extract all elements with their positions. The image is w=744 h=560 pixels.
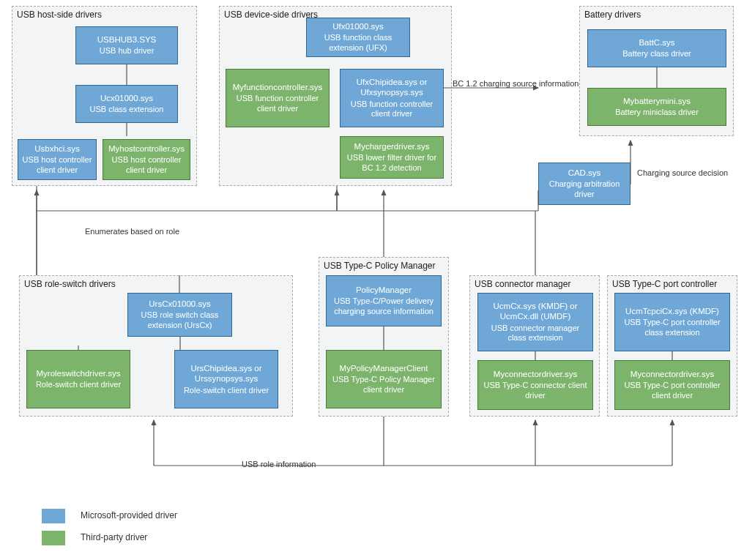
box-usbhub3: USBHUB3.SYS USB hub driver xyxy=(75,26,178,64)
box-title: Myfunctioncontroller.sys xyxy=(229,82,326,92)
box-myrolesw: Myroleswitchdriver.sys Role-switch clien… xyxy=(26,350,130,408)
box-title: Myhostcontroller.sys xyxy=(106,143,187,154)
box-ucx: Ucx01000.sys USB class extension xyxy=(75,85,178,123)
box-subtitle: Charging arbitration driver xyxy=(542,179,627,200)
box-title: Ufx01000.sys xyxy=(310,21,406,31)
box-subtitle: Battery miniclass driver xyxy=(591,108,723,118)
group-title-battery: Battery drivers xyxy=(584,10,641,20)
box-myconn2: Myconnectordriver.sys USB Type-C port co… xyxy=(614,360,730,410)
box-subtitle: Battery class driver xyxy=(591,49,723,59)
legend-tp-label: Third-party driver xyxy=(81,532,147,542)
box-title: UrsChipidea.sys or Urssynopsys.sys xyxy=(178,363,275,384)
group-title-portctrl: USB Type-C port controller xyxy=(612,279,717,289)
box-myconn: Myconnectordriver.sys USB Type-C connect… xyxy=(477,360,593,410)
box-title: BattC.sys xyxy=(591,37,723,48)
box-subtitle: USB function controller client driver xyxy=(343,100,440,120)
box-subtitle: Role-switch client driver xyxy=(178,386,275,396)
box-subtitle: USB Type-C port controller class extensi… xyxy=(618,318,726,338)
box-title: Myconnectordriver.sys xyxy=(618,369,726,379)
box-title: Ucx01000.sys xyxy=(79,93,174,103)
box-ucmtcpci: UcmTcpciCx.sys (KMDF) USB Type-C port co… xyxy=(614,293,730,351)
box-title: Mychargerdriver.sys xyxy=(343,141,440,152)
group-title-policy: USB Type-C Policy Manager xyxy=(324,261,436,271)
box-title: UcmCx.sys (KMDF) or UcmCx.dll (UMDF) xyxy=(481,301,589,322)
box-subtitle: USB hub driver xyxy=(79,46,174,56)
box-subtitle: USB Type-C port controller client driver xyxy=(618,381,726,401)
legend-ms-label: Microsoft-provided driver xyxy=(81,510,177,520)
box-title: Usbxhci.sys xyxy=(21,143,93,154)
box-subtitle: USB Type-C/Power delivery charging sourc… xyxy=(330,296,438,317)
box-subtitle: USB function controller client driver xyxy=(229,94,326,114)
box-urscx: UrsCx01000.sys USB role switch class ext… xyxy=(127,293,232,337)
box-urschip: UrsChipidea.sys or Urssynopsys.sys Role-… xyxy=(174,350,278,408)
box-subtitle: Role-switch client driver xyxy=(30,380,127,390)
legend-tp-swatch xyxy=(41,530,66,546)
box-cad: CAD.sys Charging arbitration driver xyxy=(538,163,630,205)
box-title: MyPolicyManagerClient xyxy=(330,363,438,373)
box-title: Mybatterymini.sys xyxy=(591,96,723,106)
box-title: UcmTcpciCx.sys (KMDF) xyxy=(618,306,726,316)
box-title: UrsCx01000.sys xyxy=(131,299,228,309)
edge-label-chgsrc: Charging source decision xyxy=(637,168,728,177)
box-title: Myroleswitchdriver.sys xyxy=(30,368,127,378)
box-battc: BattC.sys Battery class driver xyxy=(587,29,726,67)
box-subtitle: USB role switch class extension (UrsCx) xyxy=(131,310,228,331)
box-subtitle: USB function class extension (UFX) xyxy=(310,33,406,53)
box-subtitle: USB Type-C connector client driver xyxy=(481,381,589,401)
box-mypolicy: MyPolicyManagerClient USB Type-C Policy … xyxy=(326,350,442,408)
box-title: CAD.sys xyxy=(542,168,627,178)
box-ucmcx: UcmCx.sys (KMDF) or UcmCx.dll (UMDF) USB… xyxy=(477,293,593,351)
edge-label-bc12: BC 1.2 charging source information xyxy=(453,79,579,88)
box-title: UfxChipidea.sys or Ufxsynopsys.sys xyxy=(343,77,440,98)
box-policymgr: PolicyManager USB Type-C/Power delivery … xyxy=(326,275,442,326)
box-myhostctrl: Myhostcontroller.sys USB host controller… xyxy=(103,139,190,180)
group-title-host: USB host-side drivers xyxy=(17,10,102,20)
box-mycharger: Mychargerdriver.sys USB lower filter dri… xyxy=(340,136,444,179)
box-subtitle: USB connector manager class extension xyxy=(481,324,589,344)
box-subtitle: USB host controller client driver xyxy=(21,155,93,176)
box-title: PolicyManager xyxy=(330,285,438,295)
box-ufxchip: UfxChipidea.sys or Ufxsynopsys.sys USB f… xyxy=(340,69,444,127)
box-ufx: Ufx01000.sys USB function class extensio… xyxy=(306,18,410,57)
box-subtitle: USB Type-C Policy Manager client driver xyxy=(330,375,438,395)
box-subtitle: USB class extension xyxy=(79,105,174,115)
box-usbxhci: Usbxhci.sys USB host controller client d… xyxy=(18,139,97,180)
box-myfuncctrl: Myfunctioncontroller.sys USB function co… xyxy=(226,69,330,127)
edge-label-enum: Enumerates based on role xyxy=(85,227,179,236)
box-subtitle: USB host controller client driver xyxy=(106,155,187,176)
legend-ms-swatch xyxy=(41,508,66,524)
group-title-role: USB role-switch drivers xyxy=(24,279,116,289)
box-subtitle: USB lower filter driver for BC 1.2 detec… xyxy=(343,153,440,173)
box-mybatt: Mybatterymini.sys Battery miniclass driv… xyxy=(587,88,726,126)
group-title-connmgr: USB connector manager xyxy=(475,279,570,289)
box-title: USBHUB3.SYS xyxy=(79,34,174,45)
edge-label-roleinfo: USB role information xyxy=(242,460,316,468)
box-title: Myconnectordriver.sys xyxy=(481,369,589,379)
group-title-device: USB device-side drivers xyxy=(224,10,318,20)
